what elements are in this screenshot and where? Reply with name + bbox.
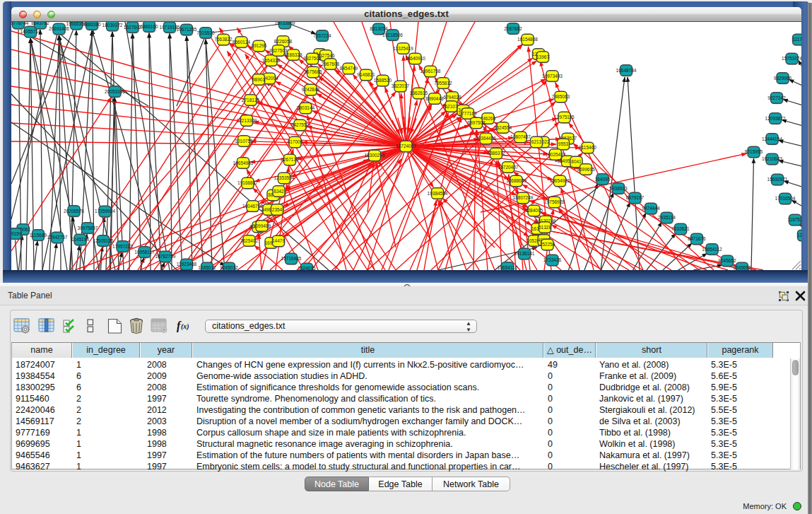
svg-text:18724007: 18724007 <box>396 144 416 148</box>
svg-text:11923468: 11923468 <box>177 262 197 267</box>
svg-text:8041: 8041 <box>571 159 582 164</box>
svg-text:9242848: 9242848 <box>302 87 320 92</box>
svg-text:1010755: 1010755 <box>235 139 253 144</box>
svg-text:9699695: 9699695 <box>577 167 595 172</box>
svg-text:10046798: 10046798 <box>242 204 263 209</box>
svg-text:1733426: 1733426 <box>543 257 562 262</box>
svg-text:12942757: 12942757 <box>47 235 68 240</box>
svg-text:8660124: 8660124 <box>233 40 251 45</box>
svg-text:1588520: 1588520 <box>374 78 392 83</box>
svg-text:51328: 51328 <box>539 225 551 230</box>
svg-text:16648784: 16648784 <box>616 68 637 73</box>
svg-text:19778744: 19778744 <box>11 22 29 25</box>
svg-text:8813054: 8813054 <box>370 26 388 31</box>
svg-text:12034: 12034 <box>797 233 801 238</box>
svg-text:1654338: 1654338 <box>262 58 281 63</box>
svg-text:8990448: 8990448 <box>425 96 444 101</box>
svg-text:8215955: 8215955 <box>745 149 763 154</box>
svg-text:19654923: 19654923 <box>550 178 570 183</box>
svg-text:617006: 617006 <box>288 139 303 144</box>
svg-text:1115689: 1115689 <box>30 233 47 238</box>
svg-text:2935114: 2935114 <box>658 215 676 220</box>
svg-text:8186328: 8186328 <box>284 52 302 57</box>
svg-text:39159: 39159 <box>11 231 22 236</box>
svg-text:18300295: 18300295 <box>365 153 385 158</box>
svg-text:3675685: 3675685 <box>304 69 322 74</box>
svg-text:252254: 252254 <box>540 242 555 247</box>
svg-text:11174: 11174 <box>792 37 801 42</box>
svg-text:6879197: 6879197 <box>626 195 645 200</box>
svg-text:8454749: 8454749 <box>340 66 358 71</box>
svg-text:1527602: 1527602 <box>124 25 142 30</box>
svg-text:19654985: 19654985 <box>233 160 254 165</box>
svg-text:1362615: 1362615 <box>410 90 428 95</box>
svg-text:14479: 14479 <box>272 238 285 243</box>
svg-text:8471676: 8471676 <box>688 236 706 241</box>
svg-text:13967: 13967 <box>536 54 549 59</box>
svg-text:9146821: 9146821 <box>357 72 375 77</box>
svg-text:16033809: 16033809 <box>275 22 295 25</box>
svg-text:891295: 891295 <box>252 43 267 48</box>
svg-text:26206576: 26206576 <box>64 209 84 214</box>
svg-text:9227342: 9227342 <box>767 95 786 100</box>
svg-text:9553: 9553 <box>558 141 569 146</box>
svg-text:164095: 164095 <box>595 177 611 182</box>
svg-text:17957223: 17957223 <box>112 244 133 249</box>
svg-text:7485063: 7485063 <box>552 94 570 99</box>
svg-text:10654112: 10654112 <box>702 247 722 252</box>
svg-text:9777169: 9777169 <box>459 111 477 116</box>
svg-text:30975857: 30975857 <box>78 226 98 230</box>
svg-text:10973493: 10973493 <box>542 74 563 78</box>
svg-text:6794028: 6794028 <box>443 95 461 100</box>
svg-text:8643782: 8643782 <box>31 22 49 25</box>
svg-text:6213: 6213 <box>531 139 542 144</box>
svg-text:16961758: 16961758 <box>420 69 441 74</box>
svg-text:7625402: 7625402 <box>240 238 259 243</box>
svg-text:8342: 8342 <box>273 189 284 194</box>
svg-text:8427552: 8427552 <box>291 122 310 127</box>
svg-text:7632621: 7632621 <box>671 226 690 231</box>
svg-text:16210643: 16210643 <box>762 156 782 161</box>
svg-text:16154808: 16154808 <box>517 37 538 42</box>
svg-text:18039372: 18039372 <box>102 23 123 28</box>
svg-text:5938923: 5938923 <box>609 186 628 191</box>
svg-text:8226058: 8226058 <box>274 39 293 44</box>
svg-text:8267130: 8267130 <box>281 157 299 162</box>
svg-text:98901: 98901 <box>252 77 265 82</box>
svg-text:9474444: 9474444 <box>642 206 660 211</box>
svg-text:2087682: 2087682 <box>504 26 522 31</box>
svg-text:1145194: 1145194 <box>71 237 89 242</box>
svg-text:17359924: 17359924 <box>95 209 115 214</box>
svg-text:20053346: 20053346 <box>105 89 125 94</box>
svg-text:19384554: 19384554 <box>428 191 448 196</box>
svg-text:10671355: 10671355 <box>177 27 197 32</box>
svg-text:12093872: 12093872 <box>765 116 786 121</box>
svg-text:9329966: 9329966 <box>774 76 792 81</box>
svg-text:10688609: 10688609 <box>506 178 526 183</box>
svg-text:19756928: 19756928 <box>544 199 565 204</box>
svg-text:7955812: 7955812 <box>434 81 452 86</box>
svg-text:12213309: 12213309 <box>237 118 257 123</box>
svg-text:2803144: 2803144 <box>297 105 315 110</box>
svg-text:7515520: 7515520 <box>196 30 215 35</box>
svg-text:12444154: 12444154 <box>762 136 782 141</box>
svg-text:12505135: 12505135 <box>93 238 114 243</box>
svg-text:9245652: 9245652 <box>718 258 736 263</box>
svg-text:9115460: 9115460 <box>579 145 596 150</box>
svg-text:14136141: 14136141 <box>514 251 535 256</box>
svg-text:3822037: 3822037 <box>392 83 410 88</box>
svg-text:10807487: 10807487 <box>510 134 531 139</box>
svg-text:1099489: 1099489 <box>253 223 271 228</box>
svg-text:7386372: 7386372 <box>487 151 505 156</box>
svg-text:2354: 2354 <box>272 207 283 212</box>
svg-text:9245032: 9245032 <box>220 265 238 270</box>
svg-text:2967608: 2967608 <box>322 62 340 66</box>
svg-text:15716485: 15716485 <box>281 256 302 261</box>
svg-text:12975115: 12975115 <box>554 115 575 119</box>
svg-text:(x): (x) <box>181 322 189 331</box>
svg-text:20691406: 20691406 <box>49 26 69 31</box>
svg-text:17016504: 17016504 <box>775 196 796 201</box>
svg-text:9886380: 9886380 <box>83 22 101 27</box>
svg-text:3624554: 3624554 <box>494 125 512 130</box>
svg-text:6897508: 6897508 <box>467 120 486 125</box>
